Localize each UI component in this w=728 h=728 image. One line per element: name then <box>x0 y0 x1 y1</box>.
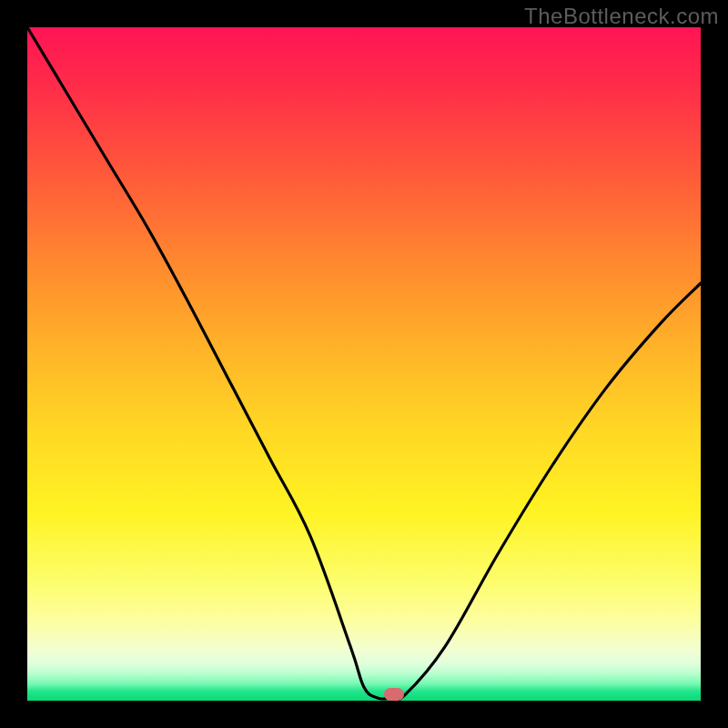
bottleneck-curve <box>27 27 701 701</box>
curve-path <box>27 27 701 700</box>
chart-frame: TheBottleneck.com <box>0 0 728 728</box>
plot-area <box>27 27 701 701</box>
watermark-text: TheBottleneck.com <box>524 4 719 29</box>
optimal-point-marker <box>384 688 404 701</box>
